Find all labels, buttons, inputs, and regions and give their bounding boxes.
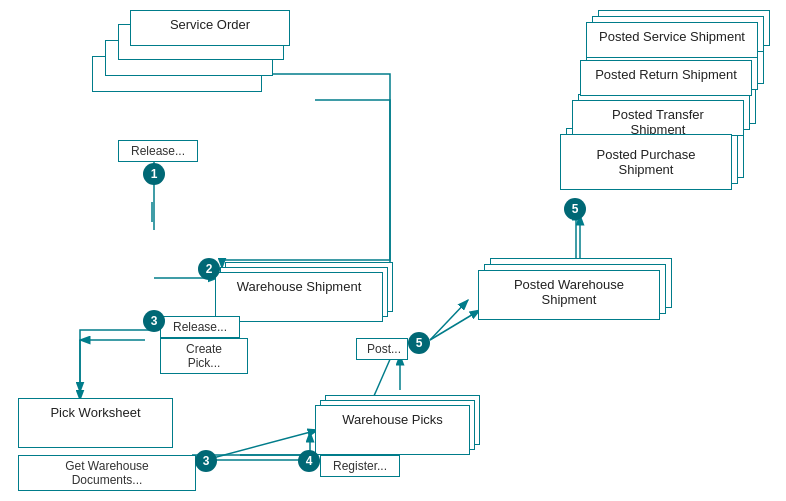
- warehouse-shipment-box: Warehouse Shipment: [215, 272, 383, 322]
- posted-transfer-shipment-box: Posted Transfer Shipment: [572, 100, 744, 136]
- release-button-1[interactable]: Release...: [118, 140, 198, 162]
- pick-worksheet-box: Pick Worksheet: [18, 398, 173, 448]
- svg-line-3: [430, 310, 480, 340]
- post-button[interactable]: Post...: [356, 338, 408, 360]
- posted-purchase-shipment-box: Posted Purchase Shipment: [560, 134, 732, 190]
- warehouse-picks-box: Warehouse Picks: [315, 405, 470, 455]
- badge-3b: 3: [195, 450, 217, 472]
- get-warehouse-button[interactable]: Get Warehouse Documents...: [18, 455, 196, 491]
- posted-warehouse-shipment-box: Posted Warehouse Shipment: [478, 270, 660, 320]
- badge-5b: 5: [564, 198, 586, 220]
- badge-2: 2: [198, 258, 220, 280]
- posted-service-shipment-box: Posted Service Shipment: [586, 22, 758, 58]
- register-button[interactable]: Register...: [320, 455, 400, 477]
- diagram: Service Order Purchase Return Order Tran…: [0, 0, 786, 501]
- badge-1: 1: [143, 163, 165, 185]
- posted-return-shipment-box: Posted Return Shipment: [580, 60, 752, 96]
- badge-5a: 5: [408, 332, 430, 354]
- svg-line-16: [430, 300, 468, 340]
- service-order-box: Service Order: [130, 10, 290, 46]
- release-button-3[interactable]: Release...: [160, 316, 240, 338]
- badge-3a: 3: [143, 310, 165, 332]
- badge-4: 4: [298, 450, 320, 472]
- create-pick-button[interactable]: Create Pick...: [160, 338, 248, 374]
